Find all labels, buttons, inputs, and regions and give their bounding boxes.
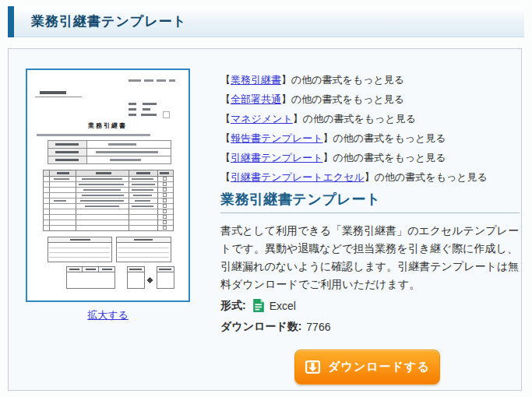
downloads-count: 7766 — [306, 321, 330, 333]
preview-column: 業務引継書 — [26, 69, 190, 390]
related-link-gyomu-hikitsugisho[interactable]: 業務引継書 — [231, 74, 281, 86]
related-suffix: の他の書式をもっと見る — [333, 152, 446, 163]
related-link-hikitsugisho-template-excel[interactable]: 引継書テンプレートエクセル — [231, 171, 365, 183]
page: 業務引継書テンプレート — [0, 0, 532, 397]
content-box: 業務引継書 — [8, 48, 522, 391]
preview-doc-title: 業務引継書 — [88, 122, 127, 129]
bracket-open: 【 — [220, 74, 231, 86]
preview-intro-line — [37, 134, 150, 136]
related-link-row: 【マネジメント】の他の書式をもっと見る — [220, 109, 520, 128]
preview-note-boxes — [48, 237, 171, 262]
download-button-label: ダウンロードする — [328, 360, 429, 374]
format-label: 形式: — [220, 299, 246, 313]
preview-header-table — [48, 140, 171, 163]
enlarge-link[interactable]: 拡大する — [26, 308, 190, 322]
related-links-list: 【業務引継書】の他の書式をもっと見る 【全部署共通】の他の書式をもっと見る 【マ… — [220, 70, 520, 187]
bracket-close: 】 — [281, 74, 291, 86]
bracket-close: 】 — [281, 93, 291, 105]
download-arrow-icon — [305, 359, 321, 375]
bracket-close: 】 — [323, 152, 333, 163]
document-preview[interactable]: 業務引継書 — [26, 69, 190, 302]
page-header: 業務引継書テンプレート — [8, 6, 524, 37]
related-suffix: の他の書式をもっと見る — [291, 74, 404, 86]
preview-task-table — [43, 170, 173, 230]
document-preview-image: 業務引継書 — [27, 70, 188, 300]
related-link-hokokusho-template[interactable]: 報告書テンプレート — [231, 132, 323, 144]
bracket-open: 【 — [220, 171, 231, 183]
related-suffix: の他の書式をもっと見る — [333, 132, 446, 144]
bracket-open: 【 — [220, 152, 231, 163]
format-row: 形式: Excel — [220, 295, 520, 316]
excel-file-icon — [252, 298, 265, 313]
detail-column: 【業務引継書】の他の書式をもっと見る 【全部署共通】の他の書式をもっと見る 【マ… — [220, 69, 520, 390]
related-link-row: 【報告書テンプレート】の他の書式をもっと見る — [220, 128, 520, 148]
bracket-open: 【 — [220, 93, 231, 105]
bracket-close: 】 — [365, 171, 375, 183]
template-description: 書式として利用できる「業務引継書」のエクセルテンプレートです。異動や退職などで担… — [220, 222, 520, 293]
downloads-label: ダウンロード数: — [220, 320, 301, 334]
header-accent-bar — [8, 6, 14, 37]
related-link-row: 【引継書テンプレートエクセル】の他の書式をもっと見る — [220, 167, 520, 187]
related-link-row: 【引継書テンプレート】の他の書式をもっと見る — [220, 148, 520, 167]
downloads-row: ダウンロード数: 7766 — [220, 316, 520, 337]
download-button[interactable]: ダウンロードする — [294, 350, 440, 385]
format-value: Excel — [270, 300, 296, 312]
related-suffix: の他の書式をもっと見る — [291, 93, 404, 105]
related-link-row: 【業務引継書】の他の書式をもっと見る — [220, 70, 520, 90]
related-suffix: の他の書式をもっと見る — [375, 171, 488, 183]
bracket-close: 】 — [293, 113, 303, 125]
bracket-open: 【 — [220, 132, 231, 144]
bracket-open: 【 — [220, 113, 231, 125]
section-title: 業務引継書テンプレート — [220, 191, 520, 213]
bracket-close: 】 — [323, 132, 333, 144]
related-link-row: 【全部署共通】の他の書式をもっと見る — [220, 90, 520, 109]
related-link-management[interactable]: マネジメント — [231, 113, 293, 125]
related-link-hikitsugisho-template[interactable]: 引継書テンプレート — [231, 152, 323, 163]
page-title: 業務引継書テンプレート — [31, 12, 187, 30]
related-link-zenbusho-kyotsu[interactable]: 全部署共通 — [231, 93, 281, 105]
related-suffix: の他の書式をもっと見る — [303, 113, 416, 125]
